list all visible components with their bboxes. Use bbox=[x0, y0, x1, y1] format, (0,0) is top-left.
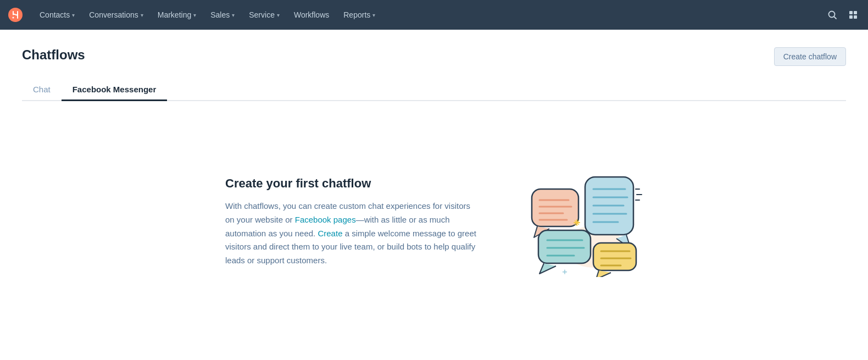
chevron-down-icon: ▾ bbox=[372, 12, 375, 18]
nav-item-reports[interactable]: Reports ▾ bbox=[337, 7, 382, 23]
empty-state-description: With chatflows, you can create custom ch… bbox=[225, 200, 478, 268]
create-chatflow-button[interactable]: Create chatflow bbox=[774, 47, 846, 66]
svg-rect-5 bbox=[854, 11, 857, 14]
empty-state-text: Create your first chatflow With chatflow… bbox=[225, 176, 478, 268]
grid-button[interactable] bbox=[845, 7, 861, 23]
main-area: Create your first chatflow With chatflow… bbox=[22, 101, 846, 343]
chevron-down-icon: ▾ bbox=[72, 12, 75, 18]
svg-point-1 bbox=[13, 17, 14, 19]
page-header: Chatflows Create chatflow bbox=[22, 47, 846, 66]
search-button[interactable] bbox=[824, 7, 841, 23]
sparkle-1 bbox=[574, 220, 580, 225]
svg-point-2 bbox=[829, 12, 835, 18]
empty-state: Create your first chatflow With chatflow… bbox=[225, 167, 643, 277]
chevron-down-icon: ▾ bbox=[141, 12, 143, 18]
page-title: Chatflows bbox=[22, 47, 85, 63]
chevron-down-icon: ▾ bbox=[277, 12, 280, 18]
tab-chat[interactable]: Chat bbox=[22, 79, 62, 101]
nav-item-workflows[interactable]: Workflows bbox=[287, 7, 336, 23]
nav-item-contacts[interactable]: Contacts ▾ bbox=[33, 7, 81, 23]
search-icon bbox=[827, 10, 837, 20]
page-content: Chatflows Create chatflow Chat Facebook … bbox=[0, 30, 868, 360]
facebook-pages-link[interactable]: Facebook pages bbox=[295, 215, 356, 224]
svg-line-3 bbox=[834, 17, 837, 19]
nav-right bbox=[824, 7, 861, 23]
chevron-down-icon: ▾ bbox=[193, 12, 196, 18]
create-welcome-link[interactable]: Create bbox=[318, 229, 342, 238]
nav-item-sales[interactable]: Sales ▾ bbox=[204, 7, 241, 23]
empty-state-heading: Create your first chatflow bbox=[225, 176, 478, 191]
nav-item-service[interactable]: Service ▾ bbox=[242, 7, 286, 23]
illustration-svg bbox=[522, 167, 643, 277]
svg-rect-7 bbox=[854, 15, 857, 19]
navbar: Contacts ▾ Conversations ▾ Marketing ▾ S… bbox=[0, 0, 868, 30]
nav-item-conversations[interactable]: Conversations ▾ bbox=[82, 7, 150, 23]
chevron-down-icon: ▾ bbox=[232, 12, 235, 18]
svg-rect-6 bbox=[849, 15, 853, 19]
sparkle-2 bbox=[563, 270, 567, 274]
tab-facebook-messenger[interactable]: Facebook Messenger bbox=[62, 79, 168, 101]
svg-rect-4 bbox=[849, 11, 853, 14]
nav-item-marketing[interactable]: Marketing ▾ bbox=[151, 7, 203, 23]
hubspot-logo[interactable] bbox=[7, 6, 24, 24]
nav-items: Contacts ▾ Conversations ▾ Marketing ▾ S… bbox=[33, 7, 824, 23]
tabs: Chat Facebook Messenger bbox=[22, 79, 846, 101]
svg-rect-9 bbox=[532, 189, 578, 226]
grid-icon bbox=[848, 10, 858, 20]
svg-rect-20 bbox=[538, 230, 591, 263]
chat-bubbles-illustration bbox=[522, 167, 643, 277]
